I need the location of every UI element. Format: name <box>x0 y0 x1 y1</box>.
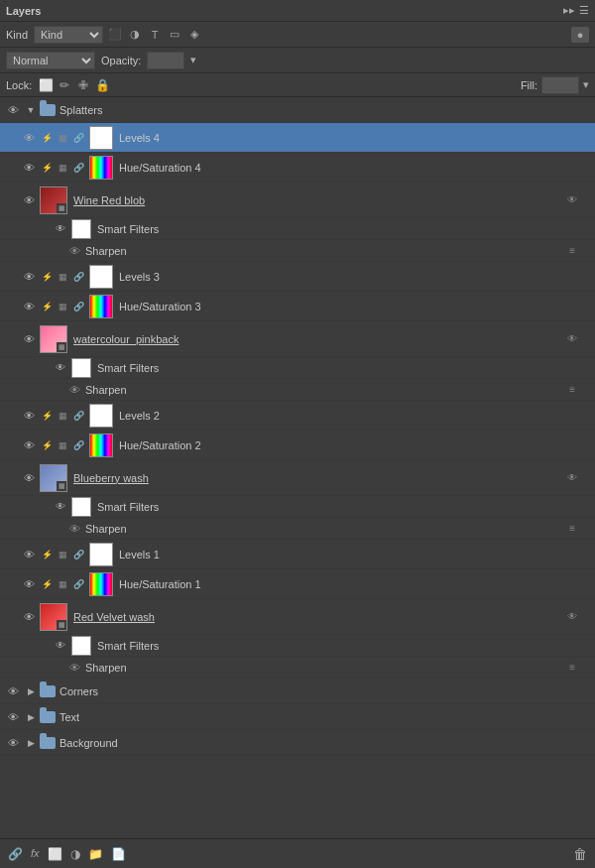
visibility-toggle-red-velvet[interactable]: 👁 <box>567 611 577 622</box>
opacity-dropdown-icon[interactable]: ▾ <box>190 54 196 66</box>
eye-huesat3[interactable]: 👁 <box>20 298 38 315</box>
adjust-filter-icon[interactable]: ◑ <box>127 27 143 43</box>
eye-splatters[interactable]: 👁 <box>4 101 22 119</box>
opacity-input[interactable]: 100% <box>147 52 184 69</box>
new-group-icon[interactable]: 📁 <box>88 847 103 861</box>
link-icon-huesat4: ⚡ <box>40 161 54 175</box>
layer-corners-group[interactable]: 👁 ▶ Corners <box>0 679 595 704</box>
layer-huesat3[interactable]: 👁 ⚡ ▦ 🔗 Hue/Saturation 3 <box>0 292 595 321</box>
eye-levels3[interactable]: 👁 <box>20 268 38 286</box>
lock-transparent-icon[interactable]: ⬜ <box>38 77 54 93</box>
visibility-toggle-pinkback[interactable]: 👁 <box>567 333 577 344</box>
thumb-wine-red-blob: ▦ <box>40 186 67 214</box>
filter-toggle-icon[interactable]: ● <box>571 27 589 43</box>
chain-icon-huesat3: 🔗 <box>71 300 85 313</box>
visibility-toggle-wine[interactable]: 👁 <box>567 194 577 205</box>
sharpen-options-1[interactable]: ≡ <box>569 245 575 256</box>
sharpen-options-4[interactable]: ≡ <box>569 662 575 673</box>
layer-levels1[interactable]: 👁 ⚡ ▦ 🔗 Levels 1 <box>0 540 595 569</box>
eye-background[interactable]: 👁 <box>4 734 22 752</box>
sharpen-options-2[interactable]: ≡ <box>569 384 575 395</box>
lock-all-icon[interactable]: 🔒 <box>94 77 110 93</box>
layer-wine-red-blob[interactable]: 👁 ▦ Wine Red blob 👁 <box>0 183 595 218</box>
eye-huesat1[interactable]: 👁 <box>20 575 38 593</box>
type-filter-icon[interactable]: T <box>147 27 163 43</box>
layer-huesat4[interactable]: 👁 ⚡ ▦ 🔗 Hue/Saturation 4 <box>0 153 595 183</box>
lock-position-icon[interactable]: ✙ <box>75 77 91 93</box>
eye-levels1[interactable]: 👁 <box>20 546 38 563</box>
sharpen-options-3[interactable]: ≡ <box>569 523 575 534</box>
eye-huesat2[interactable]: 👁 <box>20 436 38 454</box>
layer-name-blueberry-wash: Blueberry wash <box>73 472 591 484</box>
group-arrow-corners[interactable]: ▶ <box>24 684 38 698</box>
layer-name-huesat4: Hue/Saturation 4 <box>119 162 591 174</box>
panel-options-icon[interactable]: ☰ <box>579 4 589 17</box>
group-arrow-background[interactable]: ▶ <box>24 736 38 750</box>
layer-huesat1[interactable]: 👁 ⚡ ▦ 🔗 Hue/Saturation 1 <box>0 569 595 599</box>
layer-text-group[interactable]: 👁 ▶ Text <box>0 704 595 730</box>
sharpen-row-2: 👁 Sharpen ≡ <box>0 379 595 401</box>
smart-filters-row-2: 👁 Smart Filters <box>0 357 595 379</box>
layer-watercolour-pinkback[interactable]: 👁 ▦ watercolour_pinkback 👁 <box>0 321 595 357</box>
delete-layer-icon[interactable]: 🗑 <box>573 846 587 862</box>
sharpen-label-4: Sharpen <box>85 662 569 674</box>
huesat-icon-huesat4: ▦ <box>56 161 69 175</box>
thumb-levels1 <box>89 543 113 566</box>
group-arrow-splatters[interactable]: ▼ <box>24 103 38 117</box>
panel-menu-icon[interactable]: ▸▸ <box>563 4 575 17</box>
eye-red-velvet-wash[interactable]: 👁 <box>20 608 38 626</box>
eye-sharpen-4[interactable]: 👁 <box>67 661 81 675</box>
eye-sharpen-1[interactable]: 👁 <box>67 244 81 258</box>
thumb-smart-filters-4 <box>71 636 91 656</box>
layer-background-group[interactable]: 👁 ▶ Background <box>0 730 595 756</box>
thumb-smart-filters-2 <box>71 358 91 378</box>
fill-input[interactable]: 100% <box>541 76 579 94</box>
link-layer-icon[interactable]: 🔗 <box>8 847 23 861</box>
eye-smart-filters-3[interactable]: 👁 <box>52 498 69 516</box>
folder-icon-splatters <box>40 104 56 116</box>
add-mask-icon[interactable]: ⬜ <box>48 847 62 861</box>
toolbar-blend-row: Normal Opacity: 100% ▾ <box>0 48 595 73</box>
fill-dropdown-icon[interactable]: ▾ <box>583 78 589 91</box>
blend-mode-select[interactable]: Normal <box>6 52 95 69</box>
fx-button[interactable]: fx <box>31 847 40 861</box>
layer-levels2[interactable]: 👁 ⚡ ▦ 🔗 Levels 2 <box>0 401 595 431</box>
levels-icon-levels1: ▦ <box>56 548 69 561</box>
eye-huesat4[interactable]: 👁 <box>20 159 38 177</box>
layer-name-huesat2: Hue/Saturation 2 <box>119 439 591 451</box>
eye-smart-filters-2[interactable]: 👁 <box>52 359 69 377</box>
layer-levels4[interactable]: 👁 ⚡ ▦ 🔗 Levels 4 <box>0 123 595 153</box>
thumb-huesat1 <box>89 572 113 596</box>
layer-name-huesat3: Hue/Saturation 3 <box>119 301 591 312</box>
filter-kind-select[interactable]: Kind <box>34 26 103 44</box>
eye-corners[interactable]: 👁 <box>4 682 22 700</box>
adjustment-layer-icon[interactable]: ◑ <box>70 847 80 861</box>
thumb-blueberry-wash: ▦ <box>40 464 67 492</box>
eye-levels2[interactable]: 👁 <box>20 407 38 425</box>
lock-image-icon[interactable]: ✏ <box>57 77 72 93</box>
eye-watercolour-pinkback[interactable]: 👁 <box>20 330 38 348</box>
eye-text[interactable]: 👁 <box>4 708 22 726</box>
group-arrow-text[interactable]: ▶ <box>24 710 38 724</box>
smart-filter-icon[interactable]: ◈ <box>186 27 202 43</box>
layer-blueberry-wash[interactable]: 👁 ▦ Blueberry wash 👁 <box>0 460 595 496</box>
thumb-huesat3 <box>89 295 113 318</box>
new-layer-icon[interactable]: 📄 <box>111 847 126 861</box>
eye-wine-red-blob[interactable]: 👁 <box>20 191 38 209</box>
eye-smart-filters-4[interactable]: 👁 <box>52 637 69 655</box>
pixel-filter-icon[interactable]: ⬛ <box>107 27 123 43</box>
layer-levels3[interactable]: 👁 ⚡ ▦ 🔗 Levels 3 <box>0 262 595 292</box>
eye-levels4[interactable]: 👁 <box>20 129 38 147</box>
layer-huesat2[interactable]: 👁 ⚡ ▦ 🔗 Hue/Saturation 2 <box>0 431 595 460</box>
eye-sharpen-2[interactable]: 👁 <box>67 383 81 397</box>
layer-splatters-group[interactable]: 👁 ▼ Splatters <box>0 97 595 123</box>
shape-filter-icon[interactable]: ▭ <box>167 27 182 43</box>
eye-sharpen-3[interactable]: 👁 <box>67 522 81 536</box>
visibility-toggle-blueberry[interactable]: 👁 <box>567 472 577 483</box>
eye-blueberry-wash[interactable]: 👁 <box>20 469 38 487</box>
layer-red-velvet-wash[interactable]: 👁 ▦ Red Velvet wash 👁 <box>0 599 595 635</box>
eye-smart-filters-1[interactable]: 👁 <box>52 220 69 238</box>
chain-icon-levels1: 🔗 <box>71 548 85 561</box>
smart-filters-row-1: 👁 Smart Filters <box>0 218 595 240</box>
levels-icon-levels2: ▦ <box>56 409 69 423</box>
